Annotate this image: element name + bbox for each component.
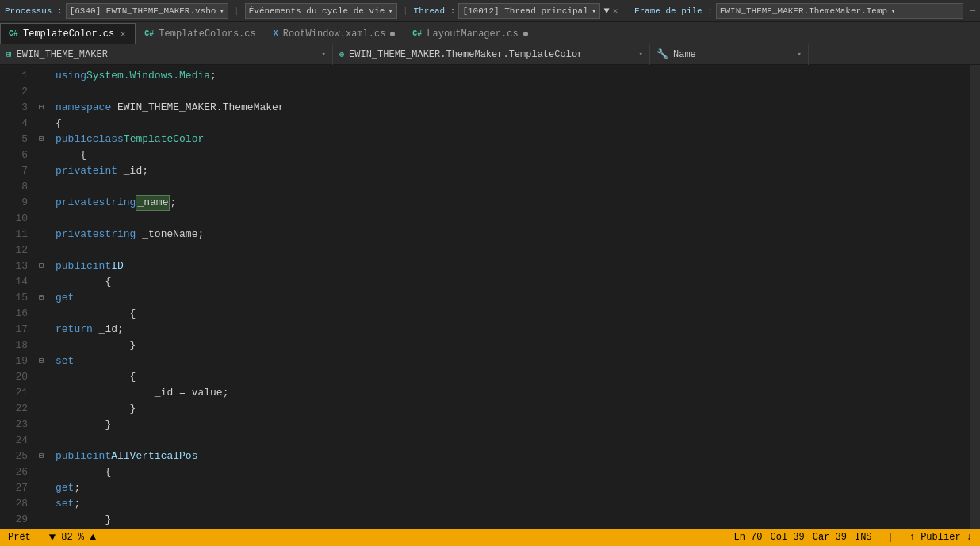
gutter-icon	[33, 306, 49, 322]
namespace-icon: ⊞	[6, 49, 12, 59]
status-ready: Prêt	[8, 532, 31, 543]
zoom-value: 82 %	[61, 532, 84, 543]
code-line: public class TemplateColor	[56, 132, 970, 147]
tab-templatecolors[interactable]: C# TemplateColors.cs	[136, 23, 264, 44]
filter-icon[interactable]: ▼	[603, 6, 609, 17]
gutter-icon	[33, 242, 49, 258]
gutter-icon	[33, 211, 49, 227]
vertical-scrollbar[interactable]	[970, 65, 980, 529]
frame-dropdown[interactable]: EWIN_THEME_MAKER.ThemeMaker.Temp ▾	[716, 3, 963, 19]
process-label: Processus :	[5, 6, 63, 16]
code-line: private int _id;	[56, 163, 970, 179]
gutter-icon	[33, 417, 49, 433]
member-dropdown[interactable]: 🔧 Name ▾	[650, 44, 809, 65]
code-line: private string _name;	[56, 195, 970, 211]
frame-label: Frame de pile :	[634, 6, 713, 16]
line-numbers: 1234567891011121314151617181920212223242…	[0, 65, 33, 529]
gutter-icon[interactable]: ⊟	[33, 258, 49, 274]
code-line: {	[56, 369, 970, 385]
code-line: namespace EWIN_THEME_MAKER.ThemeMaker	[56, 100, 970, 116]
line-number: 12	[8, 242, 28, 258]
gutter-icon[interactable]: ⊟	[33, 449, 49, 464]
tab-layoutmanager[interactable]: C# LayoutManager.cs	[404, 23, 536, 44]
code-line: set	[56, 353, 970, 369]
gutter-icon	[33, 195, 49, 211]
zoom-up-btn[interactable]: ▲	[87, 531, 98, 544]
filter-x-icon[interactable]: ✕	[613, 6, 618, 16]
frame-value: EWIN_THEME_MAKER.ThemeMaker.Temp	[720, 6, 887, 16]
line-number: 7	[8, 163, 28, 179]
line-number: 23	[8, 417, 28, 433]
tab-templatecolor[interactable]: C# TemplateColor.cs ✕	[0, 23, 136, 44]
wrench-icon: 🔧	[657, 48, 668, 60]
events-arrow: ▾	[388, 6, 393, 16]
line-number: 22	[8, 401, 28, 417]
line-number: 15	[8, 290, 28, 306]
code-line: public int ID	[56, 258, 970, 274]
tab-cs-icon-2: C#	[144, 29, 154, 38]
gutter-icon	[33, 227, 49, 242]
line-number: 19	[8, 353, 28, 369]
thread-dropdown[interactable]: [10012] Thread principal ▾	[458, 3, 600, 19]
line-number: 18	[8, 338, 28, 353]
line-number: 9	[8, 195, 28, 211]
tab-cs-icon-4: C#	[412, 29, 422, 38]
tab-bar: C# TemplateColor.cs ✕ C# TemplateColors.…	[0, 22, 980, 44]
class-icon: ⊕	[339, 50, 344, 59]
line-number: 5	[8, 132, 28, 147]
minimize-icon[interactable]: ─	[970, 6, 975, 16]
zoom-down-btn[interactable]: ▼	[47, 531, 58, 544]
line-number: 1	[8, 68, 28, 84]
namespace-value: EWIN_THEME_MAKER	[17, 49, 108, 60]
status-bar: Prêt ▼ 82 % ▲ Ln 70 Col 39 Car 39 INS | …	[0, 529, 980, 546]
code-panel[interactable]: using System.Windows.Media;namespace EWI…	[49, 65, 970, 529]
code-line: set;	[56, 496, 970, 512]
gutter-icon	[33, 480, 49, 496]
line-number: 25	[8, 449, 28, 464]
namespace-arrow: ▾	[322, 50, 326, 59]
line-number: 27	[8, 480, 28, 496]
code-line: {	[56, 464, 970, 480]
tab-rootwindow[interactable]: X RootWindow.xaml.cs	[265, 23, 404, 44]
code-line: }	[56, 401, 970, 417]
status-sep: |	[888, 532, 894, 543]
member-value: Name	[673, 49, 696, 60]
tab-cs-icon-1: C#	[9, 29, 18, 38]
gutter-icon	[33, 322, 49, 338]
gutter-icon	[33, 369, 49, 385]
code-line: {	[56, 147, 970, 163]
line-number: 17	[8, 322, 28, 338]
status-zoom: ▼ 82 % ▲	[47, 531, 99, 544]
gutter-icon[interactable]: ⊟	[33, 353, 49, 369]
gutter-icon[interactable]: ⊟	[33, 100, 49, 116]
process-dropdown[interactable]: [6340] EWIN_THEME_MAKER.vsho ▾	[66, 3, 228, 19]
tab-close-1[interactable]: ✕	[119, 29, 127, 40]
line-number: 11	[8, 227, 28, 242]
namespace-dropdown[interactable]: ⊞ EWIN_THEME_MAKER ▾	[0, 44, 333, 65]
line-number: 4	[8, 116, 28, 132]
line-number: 21	[8, 385, 28, 401]
gutter-icon	[33, 512, 49, 528]
line-number: 8	[8, 179, 28, 195]
editor-area: 1234567891011121314151617181920212223242…	[0, 65, 980, 529]
status-ln: Ln 70	[734, 532, 763, 543]
code-line: public int AllVerticalPos	[56, 449, 970, 464]
process-arrow: ▾	[219, 6, 224, 16]
gutter-icon	[33, 68, 49, 84]
code-line: get	[56, 290, 970, 306]
tab-dot-3	[390, 32, 395, 36]
line-number: 29	[8, 512, 28, 528]
code-line: {	[56, 274, 970, 290]
status-publish[interactable]: ↑ Publier ↓	[909, 532, 972, 543]
events-dropdown[interactable]: Événements du cycle de vie ▾	[245, 3, 397, 19]
gutter-icon[interactable]: ⊟	[33, 132, 49, 147]
gutter-icon[interactable]: ⊟	[33, 290, 49, 306]
line-number: 14	[8, 274, 28, 290]
gutter-icon	[33, 401, 49, 417]
status-ins: INS	[855, 532, 872, 543]
status-right: Ln 70 Col 39 Car 39 INS | ↑ Publier ↓	[734, 532, 973, 543]
gutter-icon	[33, 338, 49, 353]
sep3: |	[623, 6, 629, 16]
class-dropdown[interactable]: ⊕ EWIN_THEME_MAKER.ThemeMaker.TemplateCo…	[333, 44, 650, 65]
gutter-icon	[33, 433, 49, 449]
